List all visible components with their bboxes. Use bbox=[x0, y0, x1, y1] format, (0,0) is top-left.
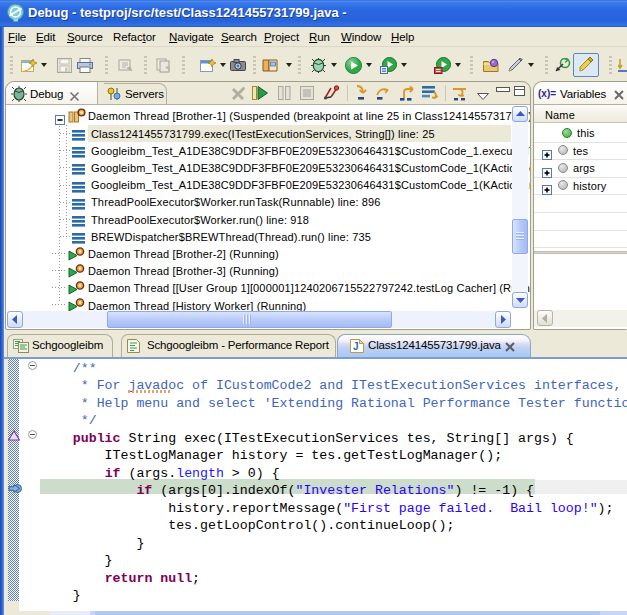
svg-text:J: J bbox=[353, 341, 359, 352]
